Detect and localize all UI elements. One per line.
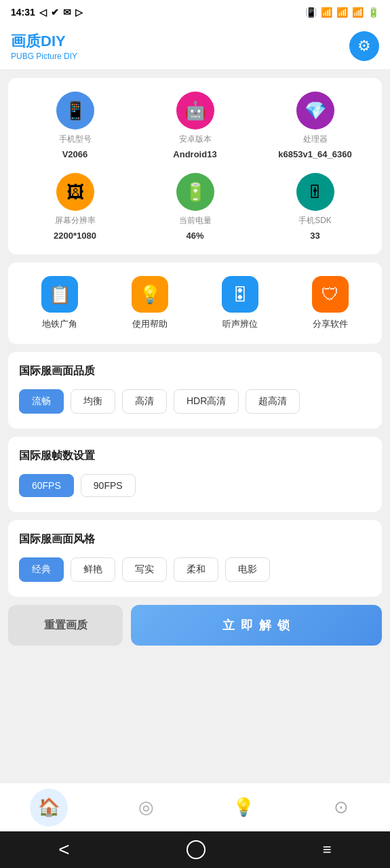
- use-help-label: 使用帮助: [132, 318, 168, 330]
- style-section: 国际服画面风格 经典鲜艳写实柔和电影: [8, 520, 382, 597]
- unlock-button[interactable]: 立 即 解 锁: [131, 605, 382, 646]
- processor-label: 处理器: [303, 134, 328, 145]
- main-content: 📱 手机型号 V2066 🤖 安卓版本 Android13 💎 处理器 k685…: [0, 70, 390, 783]
- fps-option-0[interactable]: 60FPS: [19, 474, 74, 497]
- wifi-icon: 📶: [336, 7, 348, 18]
- phone-model-icon: 📱: [56, 92, 94, 130]
- phone-model-label: 手机型号: [59, 134, 92, 145]
- header: 画质DIY PUBG Picture DIY ⚙: [0, 24, 390, 70]
- style-btn-group: 经典鲜艳写实柔和电影: [19, 557, 371, 582]
- bulb-icon: 💡: [233, 797, 254, 818]
- header-title-block: 画质DIY PUBG Picture DIY: [11, 31, 77, 61]
- quality-btn-group: 流畅均衡高清HDR高清超高清: [19, 389, 371, 414]
- phone-model-value: V2066: [62, 149, 88, 159]
- share-software-label: 分享软件: [313, 318, 348, 330]
- status-bar: 14:31 ◁ ✔ ✉ ▷ 📳 📶 📶 📶 🔋: [0, 0, 390, 24]
- fps-title: 国际服帧数设置: [19, 449, 371, 463]
- fps-btn-group: 60FPS90FPS: [19, 474, 371, 497]
- circle-icon: ⊙: [334, 797, 349, 818]
- fps-option-1[interactable]: 90FPS: [81, 474, 136, 497]
- resolution-label: 屏幕分辨率: [55, 215, 96, 226]
- system-nav-bar: < ≡: [0, 831, 390, 868]
- style-title: 国际服画面风格: [19, 532, 371, 547]
- status-left: 14:31 ◁ ✔ ✉ ▷: [11, 7, 83, 18]
- email-icon: ✉: [63, 7, 71, 18]
- quality-option-1[interactable]: 均衡: [71, 389, 115, 414]
- status-right: 📳 📶 📶 📶 🔋: [305, 7, 379, 18]
- menu-button[interactable]: ≡: [323, 841, 332, 859]
- device-item-resolution: 🖼 屏幕分辨率 2200*1080: [15, 173, 135, 241]
- sdk-value: 33: [310, 231, 319, 241]
- app-subtitle: PUBG Picture DIY: [11, 52, 77, 61]
- style-option-2[interactable]: 写实: [122, 557, 167, 582]
- action-item-share-software[interactable]: 🛡 分享软件: [285, 276, 375, 330]
- nav-icon: ◁: [39, 7, 47, 18]
- home-icon: 🏠: [38, 797, 60, 818]
- quality-section: 国际服画面品质 流畅均衡高清HDR高清超高清: [8, 352, 382, 429]
- style-option-3[interactable]: 柔和: [174, 557, 218, 582]
- sdk-label: 手机SDK: [298, 215, 332, 226]
- battery-icon: 🔋: [176, 173, 214, 211]
- play-icon: ▷: [75, 7, 83, 18]
- quality-option-0[interactable]: 流畅: [19, 389, 64, 414]
- action-item-metro-corner[interactable]: 📋 地铁广角: [15, 276, 105, 330]
- reset-button[interactable]: 重置画质: [8, 605, 123, 646]
- style-option-0[interactable]: 经典: [19, 557, 64, 582]
- nav-compass[interactable]: ◎: [128, 789, 165, 827]
- device-item-phone-model: 📱 手机型号 V2066: [15, 92, 135, 159]
- sdk-icon: 🎚: [296, 173, 334, 211]
- quality-option-4[interactable]: 超高清: [246, 389, 300, 414]
- device-item-android-version: 🤖 安卓版本 Android13: [135, 92, 255, 159]
- app-title: 画质DIY: [11, 31, 77, 52]
- processor-value: k6853v1_64_6360: [278, 149, 351, 159]
- nav-home[interactable]: 🏠: [30, 789, 68, 827]
- quality-option-3[interactable]: HDR高清: [174, 389, 239, 414]
- action-item-audio-position[interactable]: 🎛 听声辨位: [195, 276, 286, 330]
- settings-button[interactable]: ⚙: [349, 31, 379, 61]
- quality-option-2[interactable]: 高清: [122, 389, 167, 414]
- back-button[interactable]: <: [58, 839, 69, 861]
- device-item-processor: 💎 处理器 k6853v1_64_6360: [255, 92, 375, 159]
- home-button[interactable]: [187, 840, 206, 859]
- battery-value: 46%: [186, 231, 203, 241]
- audio-position-icon: 🎛: [222, 276, 258, 313]
- signal-vibrate-icon: 📳: [305, 7, 317, 18]
- share-software-icon: 🛡: [312, 276, 349, 313]
- bottom-nav: 🏠 ◎ 💡 ⊙: [0, 783, 390, 831]
- use-help-icon: 💡: [132, 276, 168, 313]
- gear-icon: ⚙: [357, 37, 371, 55]
- check-icon: ✔: [51, 7, 59, 18]
- battery-label: 当前电量: [179, 215, 212, 226]
- signal-icon: 📶: [352, 7, 364, 18]
- battery-icon: 🔋: [368, 7, 379, 18]
- nav-bulb[interactable]: 💡: [225, 789, 262, 827]
- android-version-label: 安卓版本: [179, 134, 212, 145]
- metro-corner-icon: 📋: [41, 276, 78, 313]
- resolution-icon: 🖼: [56, 173, 94, 211]
- device-item-sdk: 🎚 手机SDK 33: [255, 173, 375, 241]
- audio-position-label: 听声辨位: [222, 318, 258, 330]
- android-version-icon: 🤖: [176, 92, 214, 130]
- action-item-use-help[interactable]: 💡 使用帮助: [105, 276, 195, 330]
- style-option-1[interactable]: 鲜艳: [71, 557, 115, 582]
- bottom-actions: 重置画质 立 即 解 锁: [8, 605, 382, 646]
- android-version-value: Android13: [173, 149, 216, 159]
- actions-grid: 📋 地铁广角 💡 使用帮助 🎛 听声辨位 🛡 分享软件: [15, 276, 375, 330]
- metro-corner-label: 地铁广角: [42, 318, 77, 330]
- resolution-value: 2200*1080: [54, 231, 96, 241]
- status-time: 14:31: [11, 7, 35, 18]
- compass-icon: ◎: [138, 797, 154, 818]
- quality-title: 国际服画面品质: [19, 364, 371, 378]
- call-icon: 📶: [321, 7, 332, 18]
- device-info-card: 📱 手机型号 V2066 🤖 安卓版本 Android13 💎 处理器 k685…: [8, 78, 382, 254]
- style-option-4[interactable]: 电影: [225, 557, 270, 582]
- device-item-battery: 🔋 当前电量 46%: [135, 173, 255, 241]
- nav-circle[interactable]: ⊙: [322, 789, 360, 827]
- fps-section: 国际服帧数设置 60FPS90FPS: [8, 437, 382, 512]
- quick-actions-card: 📋 地铁广角 💡 使用帮助 🎛 听声辨位 🛡 分享软件: [8, 262, 382, 344]
- device-grid: 📱 手机型号 V2066 🤖 安卓版本 Android13 💎 处理器 k685…: [15, 92, 375, 241]
- processor-icon: 💎: [296, 92, 334, 130]
